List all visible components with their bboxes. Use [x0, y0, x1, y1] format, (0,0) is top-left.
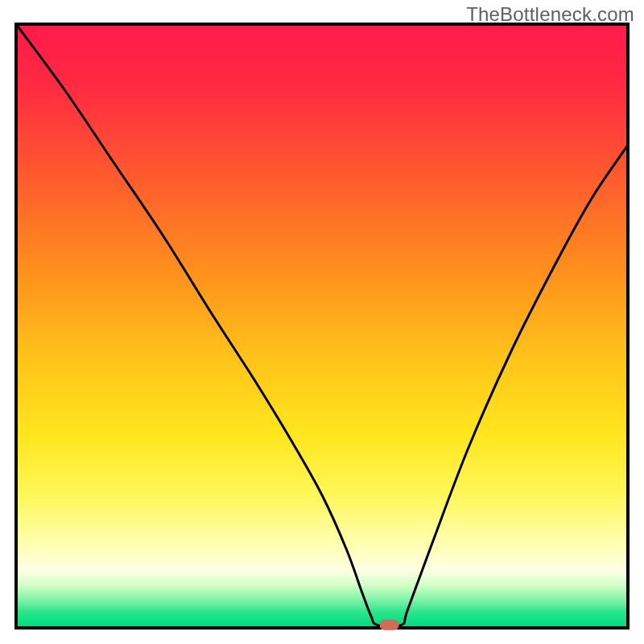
optimal-marker — [380, 620, 399, 630]
plot-background — [16, 24, 628, 628]
watermark-text: TheBottleneck.com — [466, 3, 634, 26]
bottleneck-chart — [0, 0, 644, 644]
chart-frame: TheBottleneck.com — [0, 0, 644, 644]
